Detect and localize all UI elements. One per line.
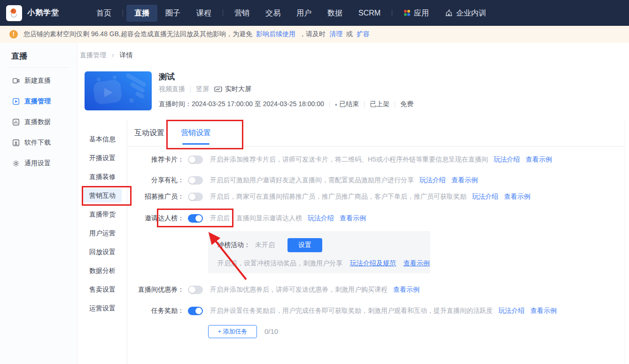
example-link[interactable]: 查看示例 <box>526 155 552 164</box>
storage-warning-banner: ! 您店铺的素材空间仅剩 96.48 GB,超容会造成直播无法回放及其他影响，为… <box>0 26 629 43</box>
rank-activity-desc: 开启后，设置冲榜活动奖品，刺激用户分享 <box>217 259 342 267</box>
nav-divider <box>223 9 223 16</box>
screen-icon <box>214 86 222 93</box>
live-type: 视频直播 <box>159 85 185 93</box>
warning-icon: ! <box>9 30 18 39</box>
vtab-label: 用户运营 <box>89 229 116 237</box>
nav-divider <box>392 9 392 16</box>
vtab-label: 基本信息 <box>89 135 116 143</box>
top-nav: 小鹅学堂 首页 直播 圈子 课程 营销 交易 用户 数据 SCRM 应用 <box>0 0 629 26</box>
how-to-link[interactable]: 玩法介绍 <box>498 307 525 315</box>
vtab-basic-info[interactable]: 基本信息 <box>78 130 127 148</box>
toggle-share-reward[interactable] <box>188 176 203 185</box>
banner-text: 或 <box>346 30 353 39</box>
divider <box>625 120 625 364</box>
setting-label: 任务奖励： <box>78 307 184 315</box>
example-link[interactable]: 查看示例 <box>340 214 366 223</box>
nav-item-marketing[interactable]: 营销 <box>226 5 257 22</box>
gear-icon <box>12 160 20 167</box>
nav-item-trade[interactable]: 交易 <box>257 5 288 22</box>
banner-text: ，请及时 <box>299 30 326 39</box>
vtab-user-operation[interactable]: 用户运营 <box>78 224 127 242</box>
how-to-link[interactable]: 玩法介绍 <box>494 155 520 164</box>
sidebar-item-label: 软件下载 <box>24 139 51 147</box>
setting-row-task-reward: 任务奖励： 开启并设置任务奖励后，用户完成任务即可获取奖励，刺激用户观看和互动，… <box>78 305 624 317</box>
nav-item-data[interactable]: 数据 <box>319 5 350 22</box>
toggle-recruit-promoter[interactable] <box>188 193 203 201</box>
rank-activity-status: 未开启 <box>255 241 275 249</box>
tab-bar: 互动设置 营销设置 <box>127 120 625 147</box>
example-link[interactable]: 查看示例 <box>530 307 557 315</box>
banner-link-usage[interactable]: 影响后续使用 <box>256 30 295 39</box>
setting-row-recruit-promoter: 招募推广员： 开启后，商家可在直播间招募推广员，推广员推广商品，客户下单后，推广… <box>78 191 624 202</box>
toggle-recommend-card[interactable] <box>188 155 203 164</box>
time-label: 直播时间： <box>159 100 192 108</box>
status-dot: • <box>335 101 337 108</box>
vtab-replay-settings[interactable]: 回放设置 <box>78 242 127 261</box>
divider <box>395 101 395 108</box>
building-icon <box>445 9 453 17</box>
sidebar-item-software-download[interactable]: 软件下载 <box>12 136 77 149</box>
example-link[interactable]: 查看示例 <box>504 193 530 201</box>
sidebar-item-general-settings[interactable]: 通用设置 <box>12 157 77 170</box>
sidebar-item-new-live[interactable]: 新建直播 <box>12 74 77 87</box>
how-to-link[interactable]: 玩法介绍 <box>419 176 446 185</box>
cleanup-link[interactable]: 清理 <box>329 30 342 39</box>
brand[interactable]: 小鹅学堂 <box>6 5 59 21</box>
expand-storage-link[interactable]: 扩容 <box>357 30 370 39</box>
sidebar-item-label: 直播管理 <box>24 97 51 106</box>
sidebar: 直播 新建直播 直播管理 直播数据 软件下载 通用 <box>0 43 78 364</box>
live-meta: 视频直播 竖屏 实时大屏 <box>159 84 251 94</box>
setting-desc: 开启后，商家可在直播间招募推广员，推广员推广商品，客户下单后，推广员可获取奖励 <box>210 193 466 201</box>
how-to-and-rules-link[interactable]: 玩法介绍及规范 <box>350 259 396 267</box>
sidebar-item-live-data[interactable]: 直播数据 <box>12 116 77 129</box>
nav-item-scrm[interactable]: SCRM <box>350 5 388 22</box>
sidebar-item-live-manage[interactable]: 直播管理 <box>12 95 77 108</box>
setting-label: 分享有礼： <box>78 176 184 185</box>
screen-link-label: 实时大屏 <box>225 85 251 93</box>
nav-menu: 首页 直播 圈子 课程 营销 交易 用户 数据 SCRM 应用 <box>88 5 494 22</box>
live-orientation: 竖屏 <box>196 85 209 93</box>
toggle-task-reward[interactable] <box>188 307 203 315</box>
breadcrumb-parent[interactable]: 直播管理 <box>80 51 106 59</box>
realtime-screen-link[interactable]: 实时大屏 <box>214 85 251 93</box>
example-link[interactable]: 查看示例 <box>393 286 419 294</box>
toggle-invite-rank[interactable] <box>188 214 203 223</box>
vtab-label: 数据分析 <box>89 267 116 274</box>
add-task-button[interactable]: + 添加任务 <box>208 325 257 338</box>
main-content: 直播管理 › 详情 测试 视频直播 竖屏 <box>78 43 629 364</box>
sidebar-item-label: 直播数据 <box>24 118 51 126</box>
tab-marketing-settings[interactable]: 营销设置 <box>181 120 211 146</box>
setting-label: 招募推广员： <box>78 193 184 201</box>
setting-label: 推荐卡片： <box>78 155 184 164</box>
nav-item-user[interactable]: 用户 <box>288 5 319 22</box>
new-live-icon <box>12 77 20 85</box>
rank-setup-button[interactable]: 设置 <box>287 238 322 252</box>
rank-activity-panel: 冲榜活动： 未开启 设置 开启后，设置冲榜活动奖品，刺激用户分享 玩法介绍及规范… <box>208 231 430 273</box>
breadcrumb: 直播管理 › 详情 <box>80 51 132 60</box>
nav-item-course[interactable]: 课程 <box>188 5 219 22</box>
nav-item-label: 应用 <box>414 5 429 22</box>
divider <box>329 101 330 108</box>
nav-item-apps[interactable]: 应用 <box>396 5 437 22</box>
nav-item-home[interactable]: 首页 <box>88 5 119 22</box>
setting-desc: 开启后，直播间显示邀请达人榜 <box>210 214 302 223</box>
price-label: 免费 <box>400 100 413 108</box>
setting-desc: 开启并添加推荐卡片后，讲师可发送卡片，将二维码、H5或小程序外链等重要信息呈现在… <box>210 155 488 164</box>
example-link[interactable]: 查看示例 <box>451 176 478 185</box>
example-link[interactable]: 查看示例 <box>404 259 430 267</box>
how-to-link[interactable]: 玩法介绍 <box>472 193 498 201</box>
nav-item-enterprise-training[interactable]: 企业内训 <box>437 5 494 22</box>
vtab-data-analysis[interactable]: 数据分析 <box>78 261 127 280</box>
live-manage-icon <box>12 98 20 105</box>
setting-row-share-reward: 分享有礼： 开启后可激励用户邀请好友进入直播间，需配置奖品激励用户进行分享 玩法… <box>78 175 624 186</box>
nav-item-circle[interactable]: 圈子 <box>157 5 188 22</box>
live-time-row: 直播时间： 2024-03-25 17:00:00 至 2024-03-25 1… <box>159 99 413 109</box>
nav-item-live[interactable]: 直播 <box>126 5 157 22</box>
breadcrumb-separator: › <box>112 51 114 59</box>
toggle-live-coupon[interactable] <box>188 286 203 294</box>
tab-interaction-settings[interactable]: 互动设置 <box>134 120 164 146</box>
download-icon <box>12 139 20 147</box>
live-title: 测试 <box>159 71 175 82</box>
how-to-link[interactable]: 玩法介绍 <box>308 214 334 223</box>
